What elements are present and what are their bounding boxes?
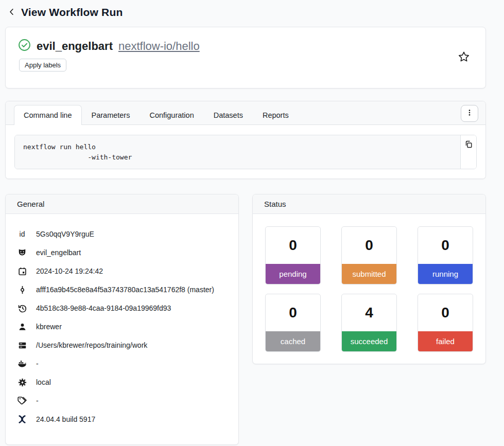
- general-row-executor: local: [17, 373, 230, 391]
- run-id-value: 5Gs0qqV9Y9rguE: [36, 230, 94, 238]
- container-value: -: [36, 360, 39, 368]
- general-row-id: id 5Gs0qqV9Y9rguE: [17, 225, 230, 243]
- star-button[interactable]: [457, 50, 471, 66]
- status-grid: 0 pending 0 submitted 0 running 0 cached: [265, 226, 473, 352]
- general-row-commit: afff16a9b45c8e8a4f5a3743780ac13a541762f8…: [17, 280, 230, 299]
- failed-count: 0: [418, 294, 473, 331]
- running-count: 0: [418, 227, 473, 264]
- git-commit-icon: [17, 285, 27, 295]
- copy-button[interactable]: [460, 135, 476, 169]
- general-row-version: 24.04.4 build 5917: [17, 410, 230, 429]
- back-button[interactable]: [7, 7, 16, 18]
- general-row-tags: -: [17, 391, 230, 410]
- masks-icon: [17, 247, 27, 258]
- submitted-count: 0: [342, 227, 396, 264]
- tabs-card: Command line Parameters Configuration Da…: [5, 101, 486, 179]
- run-name-value: evil_engelbart: [36, 248, 81, 257]
- general-row-session: 4b518c38-9e88-4caa-9184-09a19969fd93: [17, 299, 230, 317]
- cached-label: cached: [266, 331, 320, 351]
- command-line-text: nextflow run hello -with-tower: [15, 135, 460, 169]
- calendar-icon: [17, 266, 27, 276]
- run-summary-card: evil_engelbart nextflow-io/hello Apply l…: [5, 27, 486, 88]
- succeeded-count: 4: [342, 294, 396, 331]
- session-id-value: 4b518c38-9e88-4caa-9184-09a19969fd93: [36, 304, 171, 312]
- check-circle-icon: [18, 39, 31, 53]
- general-row-run-name: evil_engelbart: [17, 243, 230, 262]
- tags-icon: [17, 396, 27, 406]
- apply-labels-button[interactable]: Apply labels: [19, 59, 66, 72]
- status-panel-header: Status: [253, 194, 485, 214]
- server-icon: [17, 341, 27, 350]
- tab-parameters[interactable]: Parameters: [82, 105, 140, 125]
- workdir-value: /Users/kbrewer/repos/training/work: [36, 341, 147, 349]
- star-icon: [458, 51, 470, 65]
- general-row-user: kbrewer: [17, 317, 230, 336]
- running-label: running: [418, 264, 473, 284]
- tags-value: -: [36, 397, 39, 405]
- history-icon: [17, 304, 27, 313]
- general-panel-header: General: [6, 194, 238, 214]
- kebab-menu-icon: [465, 108, 474, 119]
- status-panel: Status 0 pending 0 submitted 0 running: [252, 194, 486, 364]
- kebab-menu-button[interactable]: [461, 105, 478, 122]
- submitted-label: submitted: [342, 264, 396, 284]
- tab-bar: Command line Parameters Configuration Da…: [6, 101, 485, 125]
- status-box-succeeded: 4 succeeded: [341, 294, 397, 352]
- tab-content: nextflow run hello -with-tower: [6, 125, 485, 179]
- status-box-submitted: 0 submitted: [341, 226, 397, 284]
- gear-icon: [17, 378, 27, 387]
- general-row-container: -: [17, 354, 230, 373]
- page-header: View Workflow Run: [7, 6, 486, 19]
- status-box-pending: 0 pending: [265, 226, 321, 284]
- general-row-date: 2024-10-24 19:24:42: [17, 262, 230, 280]
- repo-link[interactable]: nextflow-io/hello: [118, 40, 200, 53]
- nextflow-version-value: 24.04.4 build 5917: [36, 415, 95, 423]
- cached-count: 0: [266, 294, 320, 331]
- nextflow-icon: [17, 414, 27, 424]
- chevron-left-icon: [7, 7, 16, 18]
- command-line-block: nextflow run hello -with-tower: [14, 135, 477, 169]
- status-panel-body: 0 pending 0 submitted 0 running 0 cached: [253, 214, 485, 364]
- general-row-workdir: /Users/kbrewer/repos/training/work: [17, 336, 230, 354]
- tab-reports[interactable]: Reports: [253, 105, 299, 125]
- copy-icon: [464, 140, 473, 150]
- executor-value: local: [36, 378, 51, 386]
- id-label: id: [17, 230, 27, 238]
- start-date-value: 2024-10-24 19:24:42: [36, 267, 103, 275]
- failed-label: failed: [418, 331, 473, 351]
- general-panel: General id 5Gs0qqV9Y9rguE evil_engelbart: [5, 194, 239, 445]
- pending-label: pending: [266, 264, 320, 284]
- general-panel-body: id 5Gs0qqV9Y9rguE evil_engelbart: [6, 214, 238, 444]
- panels-row: General id 5Gs0qqV9Y9rguE evil_engelbart: [5, 194, 486, 445]
- user-value: kbrewer: [36, 323, 62, 331]
- status-box-running: 0 running: [418, 226, 473, 284]
- commit-hash-value: afff16a9b45c8e8a4f5a3743780ac13a541762f8…: [36, 286, 214, 294]
- page-title: View Workflow Run: [21, 6, 123, 19]
- tab-configuration[interactable]: Configuration: [140, 105, 203, 125]
- run-title-row: evil_engelbart nextflow-io/hello: [18, 39, 473, 53]
- docker-icon: [17, 359, 27, 369]
- status-box-cached: 0 cached: [265, 294, 321, 352]
- user-icon: [17, 322, 27, 332]
- page: View Workflow Run evil_engelbart nextflo…: [5, 0, 486, 445]
- status-box-failed: 0 failed: [418, 294, 473, 352]
- tab-command-line[interactable]: Command line: [14, 105, 82, 125]
- pending-count: 0: [266, 227, 320, 264]
- tab-datasets[interactable]: Datasets: [204, 105, 253, 125]
- run-name: evil_engelbart: [37, 40, 113, 53]
- succeeded-label: succeeded: [342, 331, 396, 351]
